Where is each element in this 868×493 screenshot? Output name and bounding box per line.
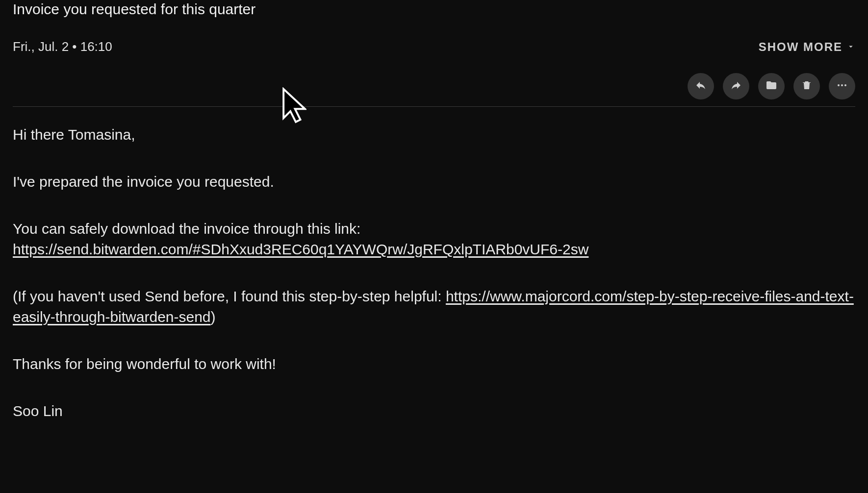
delete-button[interactable] xyxy=(793,73,820,99)
chevron-down-icon xyxy=(846,40,855,54)
body-signature: Soo Lin xyxy=(13,401,855,421)
email-actions xyxy=(13,73,855,106)
more-icon xyxy=(836,79,848,93)
meta-row: Fri., Jul. 2 • 16:10 SHOW MORE xyxy=(13,39,855,54)
email-body: Hi there Tomasina, I've prepared the inv… xyxy=(13,107,855,421)
body-line-3-pre: (If you haven't used Send before, I foun… xyxy=(13,288,446,304)
forward-icon xyxy=(730,79,742,93)
body-line-2-text: You can safely download the invoice thro… xyxy=(13,221,360,237)
more-button[interactable] xyxy=(829,73,855,99)
svg-point-0 xyxy=(838,84,840,86)
svg-point-1 xyxy=(841,84,843,86)
body-line-4: Thanks for being wonderful to work with! xyxy=(13,354,855,374)
body-greeting: Hi there Tomasina, xyxy=(13,124,855,145)
reply-icon xyxy=(695,79,707,93)
forward-button[interactable] xyxy=(723,73,749,99)
body-line-1: I've prepared the invoice you requested. xyxy=(13,172,855,192)
email-subject: Invoice you requested for this quarter xyxy=(13,1,855,18)
archive-button[interactable] xyxy=(758,73,785,99)
body-line-3-post: ) xyxy=(211,309,216,325)
show-more-button[interactable]: SHOW MORE xyxy=(759,40,855,54)
show-more-label: SHOW MORE xyxy=(759,40,842,54)
body-line-3: (If you haven't used Send before, I foun… xyxy=(13,286,855,327)
reply-button[interactable] xyxy=(688,73,714,99)
archive-icon xyxy=(766,79,777,93)
svg-point-2 xyxy=(844,84,846,86)
email-timestamp: Fri., Jul. 2 • 16:10 xyxy=(13,39,112,54)
body-line-2: You can safely download the invoice thro… xyxy=(13,219,855,260)
trash-icon xyxy=(801,79,813,93)
invoice-link[interactable]: https://send.bitwarden.com/#SDhXxud3REC6… xyxy=(13,241,588,257)
